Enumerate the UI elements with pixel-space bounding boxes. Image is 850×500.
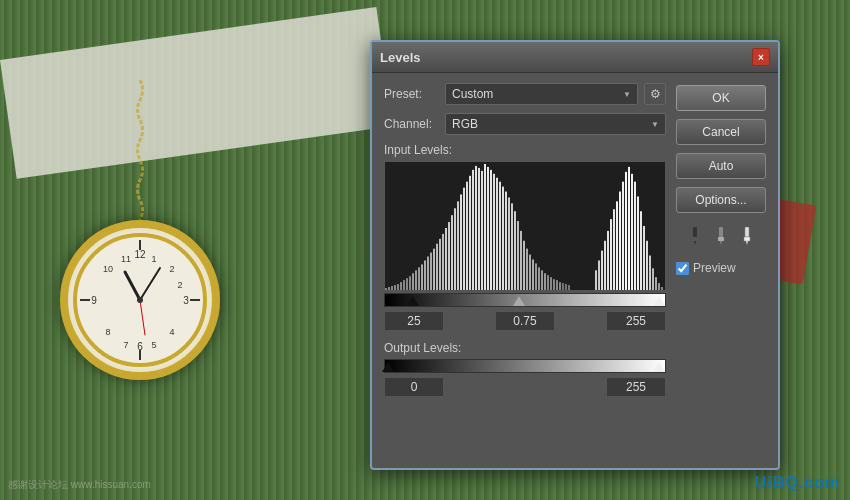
midpoint-value[interactable] [495,311,555,331]
svg-rect-93 [619,192,621,290]
svg-text:4: 4 [169,327,174,337]
preset-label: Preset: [384,87,439,101]
eyedropper-tools [676,225,766,247]
white-eyedropper-icon [739,227,755,245]
svg-rect-37 [427,257,429,290]
black-eyedropper-button[interactable] [684,225,706,247]
svg-rect-70 [526,249,528,290]
cancel-button[interactable]: Cancel [676,119,766,145]
svg-text:2: 2 [177,280,182,290]
svg-text:9: 9 [91,295,97,306]
svg-text:2: 2 [169,264,174,274]
svg-rect-67 [517,221,519,290]
svg-rect-47 [457,201,459,290]
svg-rect-68 [520,231,522,290]
svg-rect-101 [643,226,645,290]
svg-rect-60 [496,178,498,290]
svg-text:1: 1 [151,254,156,264]
svg-rect-80 [556,280,558,290]
svg-text:6: 6 [137,341,143,352]
white-point-value[interactable] [606,311,666,331]
white-point-slider[interactable] [653,296,665,306]
svg-rect-33 [415,270,417,290]
svg-rect-26 [394,285,396,290]
output-black-slider[interactable] [382,362,394,372]
clock-face: 12 3 6 9 2 10 8 4 11 1 2 7 5 [70,230,210,370]
options-button[interactable]: Options... [676,187,766,213]
svg-text:12: 12 [134,249,146,260]
svg-rect-51 [469,176,471,290]
levels-dialog: Levels × Preset: Custom ▼ ⚙ Channel: [370,40,780,470]
svg-rect-87 [601,251,603,290]
svg-text:7: 7 [123,340,128,350]
channel-label: Channel: [384,117,439,131]
svg-rect-82 [562,283,564,290]
svg-rect-24 [388,287,390,290]
svg-rect-25 [391,286,393,290]
preset-dropdown[interactable]: Custom ▼ [445,83,638,105]
svg-rect-112 [718,237,724,241]
svg-rect-52 [472,170,474,290]
svg-rect-106 [658,283,660,290]
preview-checkbox[interactable] [676,262,689,275]
svg-rect-77 [547,275,549,290]
svg-text:10: 10 [103,264,113,274]
svg-rect-97 [631,174,633,290]
output-white-slider[interactable] [653,362,665,372]
auto-button[interactable]: Auto [676,153,766,179]
svg-marker-110 [694,241,696,245]
close-button[interactable]: × [752,48,770,66]
black-eyedropper-icon [687,227,703,245]
input-slider-track[interactable] [384,293,666,307]
preview-label[interactable]: Preview [693,261,736,275]
preset-dropdown-arrow: ▼ [623,90,631,99]
svg-text:3: 3 [183,295,189,306]
svg-rect-103 [649,256,651,290]
svg-rect-59 [493,174,495,290]
gear-button[interactable]: ⚙ [644,83,666,105]
svg-rect-76 [544,273,546,290]
svg-rect-28 [400,282,402,290]
channel-value: RGB [452,117,651,131]
svg-rect-99 [637,196,639,290]
svg-rect-84 [568,285,570,290]
svg-rect-36 [424,260,426,290]
output-black-value[interactable] [384,377,444,397]
svg-rect-39 [433,249,435,290]
input-levels-label: Input Levels: [384,143,666,157]
svg-rect-45 [451,215,453,290]
svg-rect-64 [508,197,510,290]
output-white-value[interactable] [606,377,666,397]
ok-button[interactable]: OK [676,85,766,111]
svg-text:8: 8 [105,327,110,337]
svg-rect-90 [610,219,612,290]
white-eyedropper-button[interactable] [736,225,758,247]
gray-eyedropper-button[interactable] [710,225,732,247]
svg-rect-23 [385,288,387,290]
channel-dropdown[interactable]: RGB ▼ [445,113,666,135]
svg-rect-75 [541,270,543,290]
svg-rect-81 [559,282,561,290]
black-point-slider[interactable] [407,296,419,306]
svg-rect-53 [475,166,477,290]
svg-rect-27 [397,284,399,290]
output-levels-label: Output Levels: [384,341,666,355]
svg-rect-54 [478,168,480,290]
svg-rect-108 [693,227,697,237]
svg-rect-46 [454,208,456,290]
svg-rect-58 [490,170,492,290]
channel-row: Channel: RGB ▼ [384,113,666,135]
svg-rect-69 [523,241,525,290]
dialog-titlebar: Levels × [372,42,778,73]
svg-rect-50 [466,182,468,290]
svg-rect-43 [445,228,447,290]
output-slider-track[interactable] [384,359,666,373]
black-point-value[interactable] [384,311,444,331]
site-label: 感谢设计论坛 www.hissuan.com [8,478,151,492]
svg-rect-71 [529,255,531,290]
svg-rect-49 [463,188,465,290]
svg-rect-35 [421,264,423,290]
midpoint-slider[interactable] [513,296,525,306]
svg-rect-34 [418,267,420,290]
svg-text:5: 5 [151,340,156,350]
